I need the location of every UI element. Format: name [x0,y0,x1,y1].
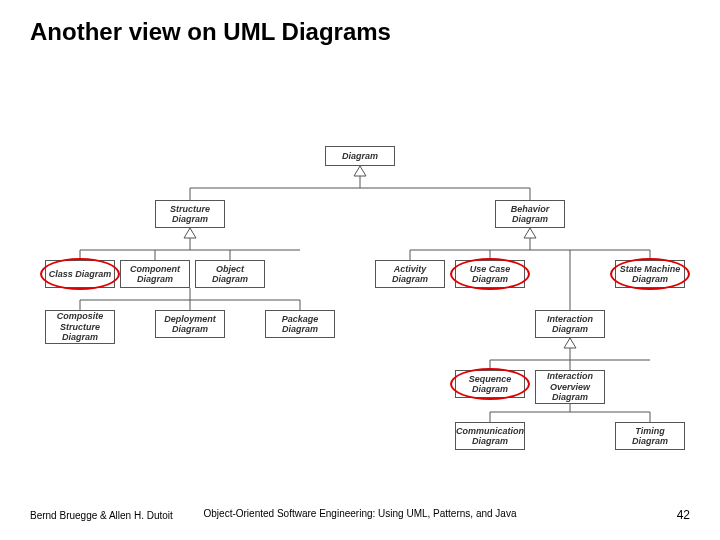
footer: Bernd Bruegge & Allen H. Dutoit Object-O… [30,508,690,522]
node-usecase: Use Case Diagram [455,260,525,288]
footer-center: Object-Oriented Software Engineering: Us… [30,508,690,519]
node-activity: Activity Diagram [375,260,445,288]
node-class: Class Diagram [45,260,115,288]
svg-marker-0 [354,166,366,176]
node-component: Component Diagram [120,260,190,288]
diagram-canvas: Diagram Structure Diagram Behavior Diagr… [0,0,720,540]
node-structure: Structure Diagram [155,200,225,228]
svg-marker-23 [564,338,576,348]
node-sequence: Sequence Diagram [455,370,525,398]
node-composite: Composite Structure Diagram [45,310,115,344]
node-timing: Timing Diagram [615,422,685,450]
node-statemachine: State Machine Diagram [615,260,685,288]
node-communication: Communication Diagram [455,422,525,450]
svg-marker-5 [184,228,196,238]
node-interaction: Interaction Diagram [535,310,605,338]
node-package: Package Diagram [265,310,335,338]
node-deployment: Deployment Diagram [155,310,225,338]
node-behavior: Behavior Diagram [495,200,565,228]
node-diagram: Diagram [325,146,395,166]
node-intoverview: Interaction Overview Diagram [535,370,605,404]
svg-marker-16 [524,228,536,238]
node-object: Object Diagram [195,260,265,288]
